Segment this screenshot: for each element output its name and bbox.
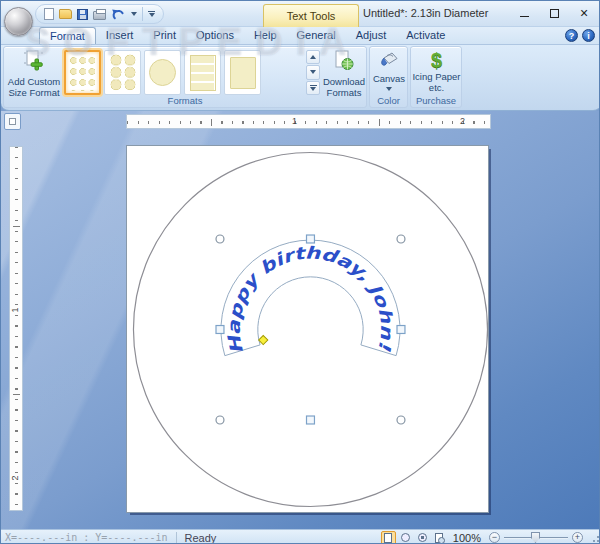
quick-access-toolbar — [35, 4, 164, 24]
h-ruler-label-2: 2 — [460, 116, 465, 126]
ribbon-group-formats: Add Custom Size Format — [3, 46, 367, 108]
single-rectangle-thumbnail — [230, 57, 256, 89]
title-bar: Text Tools Untitled*: 2.13in Diameter Ic… — [1, 1, 600, 27]
view-icing-icon[interactable] — [398, 531, 413, 544]
ribbon-group-color: Canvas Color — [369, 46, 408, 108]
zoom-level[interactable]: 100% — [453, 532, 481, 544]
format-gallery-item-rectangles[interactable] — [184, 50, 221, 95]
status-bar: X=----.---in : Y=----.---in Ready 100% −… — [1, 529, 600, 544]
download-formats-icon — [333, 50, 355, 75]
gallery-scroll-down-icon[interactable] — [306, 65, 320, 79]
handle-top-right[interactable] — [397, 235, 405, 243]
undo-dropdown-icon[interactable] — [131, 12, 137, 16]
handle-top-center[interactable] — [307, 235, 315, 243]
qat-customize-icon[interactable] — [148, 11, 155, 17]
gallery-scroll-strip — [306, 50, 320, 95]
tab-general[interactable]: General — [287, 27, 346, 44]
zoom-out-button[interactable]: − — [489, 532, 500, 543]
add-custom-size-format-button[interactable]: Add Custom Size Format — [5, 49, 63, 97]
window-title: Untitled*: 2.13in Diameter Icing (ICING.… — [363, 7, 489, 19]
status-text: Ready — [185, 532, 217, 544]
format-gallery-item-large-circles[interactable] — [104, 50, 141, 95]
tab-print[interactable]: Print — [143, 27, 186, 44]
group-label-purchase: Purchase — [411, 94, 461, 107]
h-ruler-label-1: 1 — [292, 116, 297, 126]
app-window: Text Tools Untitled*: 2.13in Diameter Ic… — [0, 0, 600, 544]
paint-bucket-icon — [378, 50, 400, 72]
statusbar-separator — [176, 532, 177, 544]
gallery-scroll-up-icon[interactable] — [306, 50, 320, 64]
ribbon-tab-row: Format Insert Print Options Help General… — [1, 27, 600, 44]
handle-middle-left[interactable] — [216, 326, 224, 334]
small-circles-thumbnail — [69, 55, 97, 91]
zoom-in-button[interactable]: + — [572, 532, 583, 543]
open-folder-icon[interactable] — [59, 9, 72, 19]
handle-bottom-right[interactable] — [397, 416, 405, 424]
single-circle-thumbnail — [149, 59, 176, 86]
info-button[interactable]: i — [582, 29, 595, 42]
cursor-coordinates: X=----.---in : Y=----.---in — [1, 532, 176, 543]
ruler-origin-button[interactable] — [4, 113, 21, 130]
large-circles-thumbnail — [109, 54, 137, 91]
tab-help[interactable]: Help — [244, 27, 287, 44]
horizontal-ruler-ticks — [127, 121, 490, 124]
maximize-button[interactable] — [539, 1, 569, 25]
view-normal-icon[interactable] — [381, 531, 396, 544]
print-icon[interactable] — [93, 8, 106, 20]
icing-page[interactable]: Happy birthday, John! — [126, 145, 489, 513]
tab-adjust[interactable]: Adjust — [346, 27, 397, 44]
canvas-color-button[interactable]: Canvas — [371, 49, 407, 97]
resize-grip[interactable] — [589, 532, 600, 544]
ribbon-group-purchase: $ Icing Paper etc. Purchase — [410, 46, 462, 108]
tab-activate[interactable]: Activate — [396, 27, 455, 44]
qat-separator — [142, 7, 143, 21]
handle-top-left[interactable] — [216, 235, 224, 243]
new-document-icon[interactable] — [44, 8, 54, 20]
format-gallery-item-small-circles[interactable] — [64, 50, 101, 95]
gallery-more-icon[interactable] — [306, 81, 320, 95]
icing-page-canvas: Happy birthday, John! — [127, 146, 488, 512]
v-ruler-label-2: 2 — [10, 475, 20, 480]
format-gallery-item-single-circle[interactable] — [144, 50, 181, 95]
group-label-formats: Formats — [4, 94, 366, 107]
vertical-ruler: 1 2 — [9, 146, 23, 511]
view-buttons — [381, 531, 447, 544]
tab-format[interactable]: Format — [39, 27, 96, 44]
tab-options[interactable]: Options — [186, 27, 244, 44]
dollar-icon: $ — [431, 50, 442, 70]
tab-insert[interactable]: Insert — [96, 27, 144, 44]
close-button[interactable]: × — [569, 1, 599, 25]
format-gallery-item-single-rectangle[interactable] — [224, 50, 261, 95]
undo-icon[interactable] — [111, 8, 126, 21]
help-button[interactable]: ? — [565, 29, 578, 42]
contextual-tab-group-header[interactable]: Text Tools — [263, 4, 359, 27]
handle-bottom-left[interactable] — [216, 416, 224, 424]
zoom-slider[interactable] — [504, 532, 568, 543]
icing-disc-outline — [133, 152, 487, 506]
v-ruler-label-1: 1 — [10, 307, 20, 312]
minimize-button[interactable] — [509, 1, 539, 25]
icing-paper-purchase-button[interactable]: $ Icing Paper etc. — [412, 49, 461, 97]
document-workspace: 1 2 1 2 Happy birthday, John! — [1, 111, 600, 529]
save-icon[interactable] — [77, 9, 88, 20]
handle-middle-right[interactable] — [397, 326, 405, 334]
horizontal-ruler: 1 2 — [126, 114, 491, 129]
view-shapes-icon[interactable] — [415, 531, 430, 544]
handle-bottom-center[interactable] — [307, 416, 315, 424]
application-menu-orb[interactable] — [4, 7, 33, 36]
zoom-slider-thumb[interactable] — [531, 532, 540, 543]
group-label-color: Color — [370, 94, 407, 107]
add-custom-size-format-icon — [22, 50, 46, 75]
view-preview-icon[interactable] — [432, 531, 447, 544]
window-controls: × — [509, 1, 599, 25]
canvas-dropdown-icon — [386, 87, 392, 91]
vertical-ruler-ticks — [15, 147, 18, 510]
rectangles-thumbnail — [190, 55, 216, 91]
ribbon: Add Custom Size Format — [1, 44, 600, 111]
